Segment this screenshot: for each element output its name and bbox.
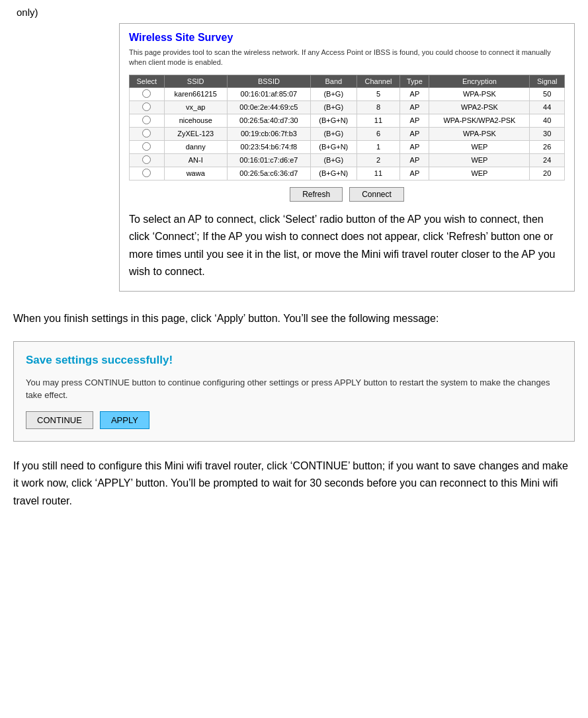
row-select-radio[interactable] [130, 127, 165, 140]
cell-ssid: wawa [164, 167, 227, 180]
table-row: danny00:23:54:b6:74:f8(B+G+N)1APWEP26 [130, 140, 565, 153]
section3-text: If you still need to configure this Mini… [13, 458, 575, 510]
cell-encryption: WPA-PSK/WPA2-PSK [429, 114, 530, 127]
cell-type: AP [400, 100, 429, 114]
col-header-signal: Signal [530, 75, 565, 87]
col-header-type: Type [400, 75, 429, 87]
row-select-radio[interactable] [130, 100, 165, 114]
col-header-encryption: Encryption [429, 75, 530, 87]
row-select-radio[interactable] [130, 140, 165, 153]
section2: When you finish settings in this page, c… [13, 310, 575, 441]
top-context-text: only) [13, 7, 575, 18]
row-select-radio[interactable] [130, 87, 165, 100]
cell-band: (B+G+N) [310, 114, 357, 127]
table-row: vx_ap00:0e:2e:44:69:c5(B+G)8APWPA2-PSK44 [130, 100, 565, 114]
cell-ssid: ZyXEL-123 [164, 127, 227, 140]
cell-ssid: vx_ap [164, 100, 227, 114]
cell-encryption: WPA-PSK [429, 127, 530, 140]
cell-encryption: WEP [429, 153, 530, 167]
panel-title: Wireless Site Survey [129, 32, 565, 44]
save-settings-title: Save settings successfully! [26, 351, 562, 370]
cell-band: (B+G+N) [310, 140, 357, 153]
cell-bssid: 00:26:5a:40:d7:30 [227, 114, 310, 127]
cell-type: AP [400, 127, 429, 140]
cell-bssid: 00:23:54:b6:74:f8 [227, 140, 310, 153]
cell-ssid: karen661215 [164, 87, 227, 100]
table-row: ZyXEL-12300:19:cb:06:7f:b3(B+G)6APWPA-PS… [130, 127, 565, 140]
row-select-radio[interactable] [130, 114, 165, 127]
cell-encryption: WEP [429, 140, 530, 153]
instructions-text: To select an AP to connect, click ‘Selec… [129, 211, 565, 281]
cell-channel: 8 [357, 100, 400, 114]
cell-bssid: 00:16:01:c7:d6:e7 [227, 153, 310, 167]
continue-button[interactable]: CONTINUE [26, 411, 93, 429]
cell-type: AP [400, 167, 429, 180]
cell-encryption: WPA2-PSK [429, 100, 530, 114]
cell-bssid: 00:19:cb:06:7f:b3 [227, 127, 310, 140]
survey-table: Select SSID BSSID Band Channel Type Encr… [129, 75, 565, 180]
panel-description: This page provides tool to scan the wire… [129, 48, 565, 68]
table-buttons: Refresh Connect [129, 187, 565, 202]
col-header-band: Band [310, 75, 357, 87]
cell-type: AP [400, 153, 429, 167]
save-settings-box: Save settings successfully! You may pres… [13, 341, 575, 442]
cell-band: (B+G) [310, 127, 357, 140]
cell-encryption: WPA-PSK [429, 87, 530, 100]
row-select-radio[interactable] [130, 153, 165, 167]
section2-intro: When you finish settings in this page, c… [13, 310, 575, 327]
cell-signal: 44 [530, 100, 565, 114]
wireless-site-survey-panel: Wireless Site Survey This page provides … [119, 23, 575, 292]
cell-signal: 40 [530, 114, 565, 127]
cell-type: AP [400, 114, 429, 127]
table-row: AN-I00:16:01:c7:d6:e7(B+G)2APWEP24 [130, 153, 565, 167]
cell-channel: 1 [357, 140, 400, 153]
cell-encryption: WEP [429, 167, 530, 180]
cell-type: AP [400, 87, 429, 100]
cell-signal: 50 [530, 87, 565, 100]
refresh-button[interactable]: Refresh [290, 187, 343, 202]
connect-button[interactable]: Connect [349, 187, 404, 202]
cell-channel: 2 [357, 153, 400, 167]
cell-bssid: 00:0e:2e:44:69:c5 [227, 100, 310, 114]
cell-type: AP [400, 140, 429, 153]
apply-button[interactable]: APPLY [100, 411, 149, 429]
cell-band: (B+G) [310, 153, 357, 167]
cell-signal: 26 [530, 140, 565, 153]
cell-signal: 24 [530, 153, 565, 167]
cell-bssid: 00:26:5a:c6:36:d7 [227, 167, 310, 180]
table-row: karen66121500:16:01:af:85:07(B+G)5APWPA-… [130, 87, 565, 100]
save-box-buttons: CONTINUE APPLY [26, 411, 562, 429]
cell-band: (B+G) [310, 87, 357, 100]
cell-channel: 11 [357, 167, 400, 180]
cell-band: (B+G) [310, 100, 357, 114]
cell-signal: 20 [530, 167, 565, 180]
cell-ssid: danny [164, 140, 227, 153]
col-header-bssid: BSSID [227, 75, 310, 87]
table-row: wawa00:26:5a:c6:36:d7(B+G+N)11APWEP20 [130, 167, 565, 180]
col-header-select: Select [130, 75, 165, 87]
cell-channel: 6 [357, 127, 400, 140]
cell-signal: 30 [530, 127, 565, 140]
col-header-ssid: SSID [164, 75, 227, 87]
table-row: nicehouse00:26:5a:40:d7:30(B+G+N)11APWPA… [130, 114, 565, 127]
cell-channel: 5 [357, 87, 400, 100]
cell-channel: 11 [357, 114, 400, 127]
cell-ssid: AN-I [164, 153, 227, 167]
row-select-radio[interactable] [130, 167, 165, 180]
save-settings-description: You may press CONTINUE button to continu… [26, 376, 562, 402]
cell-band: (B+G+N) [310, 167, 357, 180]
left-column [13, 23, 119, 292]
col-header-channel: Channel [357, 75, 400, 87]
cell-bssid: 00:16:01:af:85:07 [227, 87, 310, 100]
cell-ssid: nicehouse [164, 114, 227, 127]
